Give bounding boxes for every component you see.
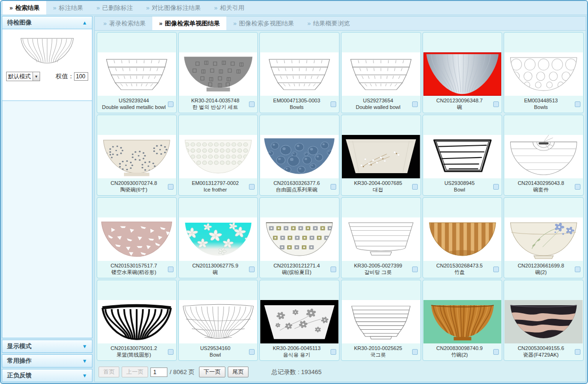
top-tab[interactable]: »检索结果 <box>3 1 46 15</box>
result-image-checkSquares[interactable] <box>260 217 339 261</box>
result-checkbox[interactable] <box>168 184 174 190</box>
result-image-silverRed[interactable] <box>423 52 502 96</box>
result-card[interactable]: CN201630326377.6自由圆点系列果碗 <box>259 115 340 196</box>
result-card[interactable]: CN201130062775.9碗 <box>178 197 258 278</box>
result-image-bumps[interactable] <box>179 135 257 178</box>
result-image-woodTeal[interactable] <box>423 300 502 343</box>
result-image-semicircle[interactable] <box>505 135 583 178</box>
result-image-tiered[interactable] <box>342 52 420 96</box>
result-image-cyanFlowers[interactable] <box>179 217 257 261</box>
result-card[interactable]: KR30-2004-0007685대접 <box>341 115 421 196</box>
result-checkbox[interactable] <box>412 267 418 272</box>
result-image-wireBasket[interactable] <box>98 300 176 343</box>
result-checkbox[interactable] <box>331 184 336 190</box>
result-card[interactable]: CN200830098740.9竹碗(2) <box>422 280 503 361</box>
result-checkbox[interactable] <box>575 101 580 107</box>
result-card[interactable]: CN201530268473.5竹盘 <box>422 197 503 278</box>
result-tab[interactable]: »图像检索单视图结果 <box>152 17 226 30</box>
top-tab[interactable]: »已删除标注 <box>90 1 139 15</box>
result-card[interactable]: CN201230121271.4碗(缤纷夏日) <box>259 197 340 278</box>
sidebar-panel-header[interactable]: 常用操作▼ <box>2 354 92 367</box>
result-image-dotRings[interactable] <box>98 135 176 178</box>
result-card[interactable]: US29534160Bowl <box>178 280 258 361</box>
result-card[interactable]: US29273654Double walled bowl <box>341 32 421 113</box>
result-image-pinkPierced[interactable] <box>98 217 176 261</box>
result-id: US29534160 <box>182 345 249 351</box>
result-checkbox[interactable] <box>412 349 418 355</box>
result-tab[interactable]: »结果概要浏览 <box>301 17 356 30</box>
sidebar-panel-header[interactable]: 显示模式▼ <box>2 340 92 353</box>
result-card[interactable]: US29308945Bowl <box>422 115 503 196</box>
result-card[interactable]: CN201230096348.7碗 <box>422 32 503 113</box>
result-card[interactable]: EM003448513Bowls <box>504 32 584 113</box>
expand-down-icon[interactable]: ▼ <box>82 358 87 364</box>
result-checkbox[interactable] <box>331 267 336 272</box>
result-tab[interactable]: »著录检索结果 <box>97 17 152 30</box>
result-card[interactable]: CN200530049155.6瓷器(F4729AK) <box>504 280 584 361</box>
result-checkbox[interactable] <box>249 184 255 190</box>
result-tab[interactable]: »图像检索多视图结果 <box>226 17 300 30</box>
result-checkbox[interactable] <box>575 349 580 355</box>
result-image-flowerBlack[interactable] <box>342 135 420 178</box>
result-card[interactable]: KR30-2014-0035748한 벌의 반상기 세트 <box>178 32 258 113</box>
top-tab[interactable]: »相关引用 <box>207 1 251 15</box>
result-card[interactable]: CN200930070274.8陶瓷碗(6寸) <box>97 115 177 196</box>
expand-down-icon[interactable]: ▼ <box>82 343 87 349</box>
result-image-tiered[interactable] <box>98 52 176 96</box>
mode-select[interactable]: 默认模式 ▼ <box>6 72 40 81</box>
result-card[interactable]: KR30-2005-0027399갈비탕 그릇 <box>341 197 421 278</box>
result-card[interactable]: KR30-2010-0025625국그릇 <box>341 280 421 361</box>
result-image-banded[interactable] <box>342 217 420 261</box>
result-checkbox[interactable] <box>331 101 336 107</box>
result-checkbox[interactable] <box>493 184 499 190</box>
prev-page-button[interactable]: 上一页 <box>122 367 148 377</box>
result-card[interactable]: CN201530157517.7镂空水果碗(稻谷形) <box>97 197 177 278</box>
result-id: EM001312797-0002 <box>182 180 249 186</box>
result-checkbox[interactable] <box>493 349 499 355</box>
result-card[interactable]: CN201630075001.2果篮(简线圆形) <box>97 280 177 361</box>
top-tab[interactable]: »标注结果 <box>46 1 90 15</box>
result-image-floralGray[interactable] <box>260 300 339 343</box>
result-card[interactable]: CN201430295043.8碗套件 <box>504 115 584 196</box>
collapse-up-icon[interactable]: ▲ <box>82 20 87 25</box>
page-number-input[interactable] <box>150 367 167 377</box>
result-card[interactable]: EM000471305-0003Bowls <box>259 32 340 113</box>
next-page-button[interactable]: 下一页 <box>199 367 225 377</box>
result-card[interactable]: US29239244Double walled metallic bowl <box>97 32 177 113</box>
result-image-creamBlueflower[interactable] <box>505 217 583 261</box>
result-image-wireframe[interactable] <box>179 300 257 343</box>
result-image-sketch[interactable] <box>423 135 502 178</box>
result-checkbox[interactable] <box>331 349 336 355</box>
result-checkbox[interactable] <box>168 101 174 107</box>
query-image-panel-header[interactable]: 待检图像 ▲ <box>2 16 92 29</box>
result-checkbox[interactable] <box>249 267 255 272</box>
weight-input[interactable] <box>74 72 88 81</box>
result-checkbox[interactable] <box>412 184 418 190</box>
select-arrow-icon[interactable]: ▼ <box>33 72 40 81</box>
result-image-bamboo[interactable] <box>423 217 502 261</box>
result-checkbox[interactable] <box>168 349 174 355</box>
result-checkbox[interactable] <box>168 267 174 272</box>
top-tab[interactable]: »对比图像标注结果 <box>140 1 207 15</box>
result-checkbox[interactable] <box>249 349 255 355</box>
result-checkbox[interactable] <box>493 101 499 107</box>
result-id: CN201530157517.7 <box>100 262 168 269</box>
result-image-stepped[interactable] <box>342 300 420 343</box>
result-checkbox[interactable] <box>412 101 418 107</box>
result-image-blueBubbles[interactable] <box>260 135 339 178</box>
result-card[interactable]: EM001312797-0002Ice frother <box>178 115 258 196</box>
expand-down-icon[interactable]: ▼ <box>82 373 87 378</box>
first-page-button[interactable]: 首页 <box>99 367 119 377</box>
result-checkbox[interactable] <box>575 267 580 272</box>
last-page-button[interactable]: 尾页 <box>228 367 248 377</box>
result-image-tiered[interactable] <box>260 52 339 96</box>
result-checkbox[interactable] <box>249 101 255 107</box>
result-image-circles[interactable] <box>505 52 583 96</box>
result-card[interactable]: CN201230661699.8碗(2) <box>504 197 584 278</box>
result-image-darkWaves[interactable] <box>505 300 583 343</box>
result-checkbox[interactable] <box>575 184 580 190</box>
result-checkbox[interactable] <box>493 267 499 272</box>
result-card[interactable]: KR30-2006-0045113음식용 용기 <box>259 280 340 361</box>
result-image-grayEngraved[interactable] <box>179 52 257 96</box>
sidebar-panel-header[interactable]: 正负反馈▼ <box>2 369 92 382</box>
